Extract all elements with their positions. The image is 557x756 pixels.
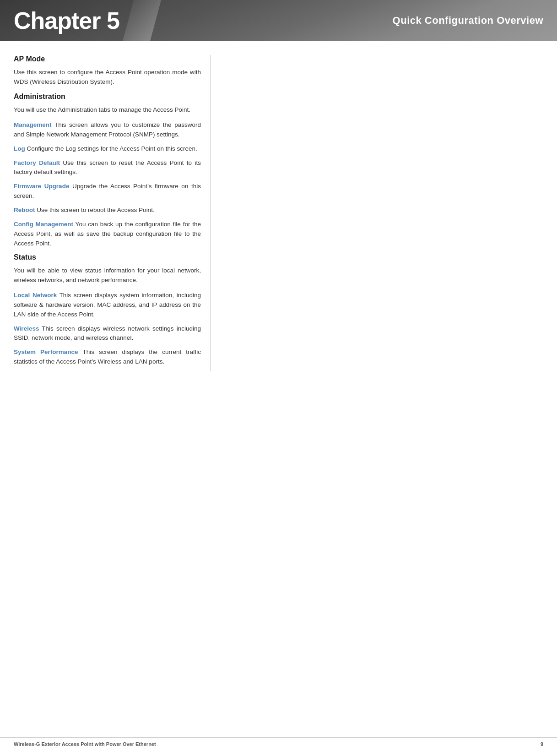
link-reboot-label: Reboot: [14, 207, 35, 213]
link-firmware-upgrade-label: Firmware Upgrade: [14, 183, 69, 190]
section-ap-mode: AP Mode Use this screen to configure the…: [14, 55, 201, 87]
link-local-network-label: Local Network: [14, 292, 57, 299]
main-content: AP Mode Use this screen to configure the…: [0, 41, 557, 390]
page-footer: Wireless-G Exterior Access Point with Po…: [0, 737, 557, 747]
status-paragraph: You will be able to view status informat…: [14, 266, 201, 285]
link-log-label: Log: [14, 145, 25, 152]
link-wireless-label: Wireless: [14, 325, 39, 332]
link-log: Log Configure the Log settings for the A…: [14, 144, 201, 154]
link-local-network: Local Network This screen displays syste…: [14, 291, 201, 320]
section-heading-status: Status: [14, 253, 201, 261]
link-management: Management This screen allows you to cus…: [14, 120, 201, 140]
chapter-label: Chapter 5: [0, 7, 119, 34]
link-system-performance: System Performance This screen displays …: [14, 348, 201, 367]
link-wireless-desc: This screen displays wireless network se…: [14, 325, 201, 342]
section-heading-administration: Administration: [14, 92, 201, 101]
link-wireless: Wireless This screen displays wireless n…: [14, 324, 201, 343]
section-status: Status You will be able to view status i…: [14, 253, 201, 367]
footer-page-number: 9: [541, 741, 543, 747]
link-factory-default: Factory Default Use this screen to reset…: [14, 158, 201, 178]
administration-paragraph: You will use the Administration tabs to …: [14, 105, 201, 115]
link-management-label: Management: [14, 121, 52, 128]
link-reboot-desc: Use this screen to reboot the Access Poi…: [35, 207, 155, 213]
link-config-management-label: Config Management: [14, 221, 73, 228]
page-header: Chapter 5 Quick Configuration Overview: [0, 0, 557, 41]
link-system-performance-label: System Performance: [14, 348, 78, 355]
link-firmware-upgrade: Firmware Upgrade Upgrade the Access Poin…: [14, 182, 201, 201]
footer-product-name: Wireless-G Exterior Access Point with Po…: [14, 741, 156, 747]
left-column: AP Mode Use this screen to configure the…: [14, 55, 211, 371]
ap-mode-paragraph: Use this screen to configure the Access …: [14, 68, 201, 87]
link-factory-default-label: Factory Default: [14, 159, 60, 166]
section-administration: Administration You will use the Administ…: [14, 92, 201, 249]
header-diagonal-accent: [123, 0, 161, 41]
link-log-desc: Configure the Log settings for the Acces…: [25, 145, 197, 152]
link-config-management: Config Management You can back up the co…: [14, 220, 201, 249]
section-heading-ap-mode: AP Mode: [14, 55, 201, 63]
link-reboot: Reboot Use this screen to reboot the Acc…: [14, 206, 201, 215]
chapter-title: Quick Configuration Overview: [393, 15, 543, 27]
right-column: [211, 55, 543, 371]
